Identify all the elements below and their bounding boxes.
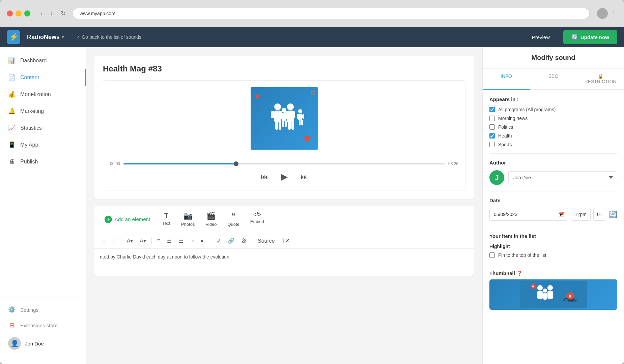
sidebar-item-content[interactable]: 📄 Content [0,69,86,86]
back-arrow-icon: ‹ [77,34,79,40]
toolbar-divider-1 [121,238,121,244]
sidebar-label-myapp: My App [20,142,38,148]
update-now-button[interactable]: 🔄 Update now [563,30,617,44]
font-color-button[interactable]: A▾ [124,236,136,246]
thumbnail-preview: ♥ ♥ [489,279,617,310]
delete-thumbnail-button[interactable]: 🗑 [310,89,316,96]
logo-icon: ⚡ [9,33,18,41]
align-center-button[interactable]: ≡ [110,236,118,246]
program-sports-checkbox[interactable] [489,142,495,147]
tab-seo[interactable]: SEO [530,69,577,89]
address-bar[interactable]: www.myapp.com [73,8,590,19]
quote-element-button[interactable]: ❝ Quote [223,209,244,230]
date-input[interactable]: 05/09/2023 📅 [489,208,568,221]
app-name-button[interactable]: RadioNews ▾ [27,34,64,41]
play-button[interactable]: ▶ [280,170,289,183]
svg-rect-23 [301,120,303,125]
progress-thumb[interactable] [234,161,238,166]
add-element-row: + Add an element T Text 📷 Photos [94,206,474,233]
player-controls: 00:00 03:26 ⏮ ▶ ⏭ [110,161,458,183]
panel-title: Modify sound [483,47,624,69]
clear-format-button[interactable]: T✕ [279,236,292,246]
media-thumbnail: ♥ ♥ 🗑 [251,87,318,150]
expand-button[interactable]: ⤢ [214,236,224,246]
list-ordered-button[interactable]: ☰ [176,236,186,246]
back-nav-button[interactable]: ‹ [38,8,45,18]
program-politics-checkbox[interactable] [489,124,495,130]
date-row: 05/09/2023 📅 12pm 01 🔄 [489,208,617,221]
program-health-label: Health [498,133,512,139]
app-logo: ⚡ [7,30,20,44]
photos-element-label: Photos [181,222,195,227]
sidebar-item-dashboard[interactable]: 📊 Dashboard [0,52,86,69]
svg-rect-30 [543,293,547,300]
time-minute-select[interactable]: 01 [593,208,606,221]
program-health[interactable]: Health [489,133,617,139]
date-section-label: Date [489,198,617,203]
pin-checkbox[interactable] [489,252,495,258]
refresh-date-button[interactable]: 🔄 [609,210,617,218]
outdent-button[interactable]: ⇤ [198,236,208,246]
sidebar-item-settings[interactable]: ⚙️ Settings [0,302,86,317]
browser-more-button[interactable]: ⋮ [611,9,617,18]
tab-restriction[interactable]: 🔒 RESTRICTION [577,69,624,89]
sidebar-item-extensions[interactable]: ⊞ Extensions store [0,317,86,333]
text-element-label: Text [162,221,170,226]
program-all-checkbox[interactable] [489,107,495,112]
browser-menu-area: ⋮ [597,8,617,19]
unlink-button[interactable]: ⛓ [238,236,249,246]
refresh-nav-button[interactable]: ↻ [58,8,68,19]
photos-element-button[interactable]: 📷 Photos [176,209,199,230]
author-select[interactable]: Jon Doe [508,171,617,184]
sidebar-item-marketing[interactable]: 🔔 Marketing [0,103,86,120]
source-button[interactable]: Source [255,236,278,246]
tab-info[interactable]: INFO [483,69,530,89]
list-unordered-button[interactable]: ☰ [164,236,174,246]
link-button[interactable]: 🔗 [225,236,237,246]
program-sports[interactable]: Sports [489,142,617,147]
indent-button[interactable]: ⇥ [187,236,197,246]
editor-content-area[interactable]: nted by Charlie David each day at noon t… [94,249,474,276]
sidebar-item-monetization[interactable]: 💰 Monetization [0,86,86,103]
svg-rect-15 [286,114,289,119]
avatar-icon: 👤 [10,339,19,347]
program-all[interactable]: All programs (All programs) [489,107,617,112]
highlight-label: Highlight [489,244,617,249]
program-morning-news[interactable]: Morning news [489,116,617,121]
align-left-button[interactable]: ≡ [100,236,108,246]
add-element-label: Add an element [115,216,150,222]
program-politics[interactable]: Politics [489,124,617,130]
browser-user-icon[interactable] [597,8,608,19]
svg-rect-22 [299,120,301,125]
publish-icon: 🖨 [8,158,16,165]
thumbnail-section: Thumbnail ❓ ♥ [489,270,617,310]
embed-element-button[interactable]: </> Embed [246,209,269,230]
add-element-button[interactable]: + Add an element [100,212,155,226]
svg-point-25 [537,285,543,291]
minimize-button[interactable] [16,10,22,17]
update-now-label: Update now [580,34,609,40]
media-player: ♥ ♥ 🗑 00:00 [103,80,465,190]
current-time-label: 00:00 [110,161,120,166]
rewind-button[interactable]: ⏮ [259,171,270,183]
fast-forward-button[interactable]: ⏭ [299,171,309,183]
font-bg-button[interactable]: A▾ [137,236,149,246]
statistics-icon: 📈 [8,124,16,132]
video-element-button[interactable]: 🎬 Video [201,209,221,230]
text-element-button[interactable]: T Text [158,209,175,230]
browser-titlebar: ‹ › ↻ www.myapp.com ⋮ [0,0,624,27]
lock-icon: 🔒 [598,73,603,79]
close-button[interactable] [7,10,13,17]
back-link-button[interactable]: ‹ Go back to the list of sounds [77,34,141,40]
progress-track[interactable] [123,163,445,164]
sidebar-item-statistics[interactable]: 📈 Statistics [0,120,86,136]
forward-nav-button[interactable]: › [48,8,55,18]
sidebar-item-publish[interactable]: 🖨 Publish [0,153,86,170]
quote-format-button[interactable]: ❞ [154,236,163,246]
time-hour-select[interactable]: 12pm [571,208,591,221]
maximize-button[interactable] [24,10,30,17]
preview-button[interactable]: Preview [525,32,557,43]
sidebar-item-myapp[interactable]: 📱 My App [0,136,86,153]
program-health-checkbox[interactable] [489,133,495,139]
program-morning-news-checkbox[interactable] [489,116,495,121]
